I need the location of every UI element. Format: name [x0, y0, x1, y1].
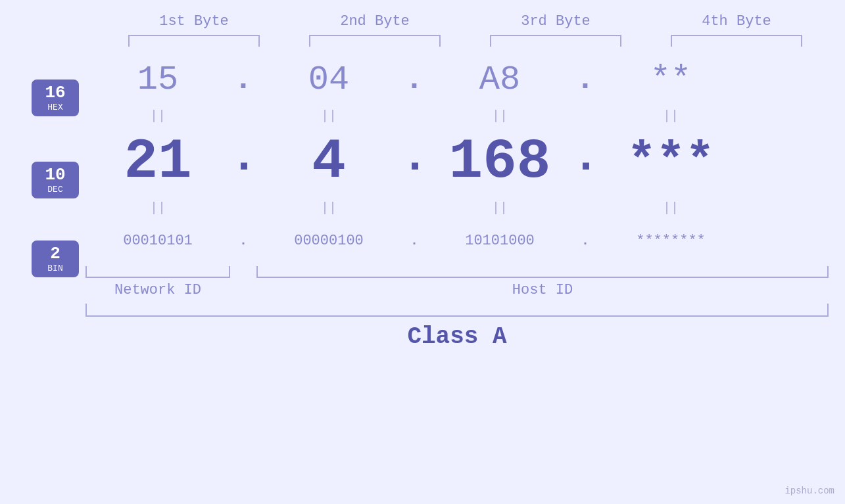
dec-dot1: . [230, 131, 256, 193]
main-grid: 16 HEX 10 DEC 2 BIN [0, 53, 845, 350]
hex-dot2: . [401, 62, 427, 97]
bin-badge: 2 BIN [32, 241, 79, 277]
dec-badge-num: 10 [34, 166, 76, 185]
badges-column: 16 HEX 10 DEC 2 BIN [0, 53, 85, 282]
bin-b4-cell: ******** [598, 233, 743, 249]
hex-b4-cell: ** [598, 60, 743, 99]
bin-b1-value: 00010101 [123, 233, 193, 249]
bin-dot2: . [401, 233, 427, 248]
bin-b2-value: 00000100 [294, 233, 364, 249]
dec-dot2: . [401, 131, 427, 193]
bin-dot3: . [572, 233, 598, 248]
dec-b3-value: 168 [449, 129, 551, 194]
main-container: 1st Byte 2nd Byte 3rd Byte 4th Byte 16 H… [0, 0, 845, 504]
class-label: Class A [407, 323, 506, 350]
eq1-b2: || [256, 108, 401, 124]
bin-b4-value: ******** [636, 233, 706, 249]
hex-b3-value: A8 [479, 60, 520, 99]
bracket-bottom-net [85, 266, 230, 278]
eq2-b1: || [85, 200, 230, 216]
eq2-b3: || [427, 200, 572, 216]
hex-badge-type: HEX [34, 103, 76, 112]
dec-badge-type: DEC [34, 185, 76, 195]
dec-b3-cell: 168 [427, 129, 572, 194]
eq1-b1: || [85, 108, 230, 124]
dec-b1-value: 21 [124, 129, 191, 194]
hex-dot1: . [230, 62, 256, 97]
hex-row: 15 . 04 . A8 . ** [85, 53, 829, 106]
dec-b4-value: *** [627, 134, 714, 189]
network-id-label: Network ID [85, 282, 230, 298]
hex-b2-cell: 04 [256, 60, 401, 99]
hex-b3-cell: A8 [427, 60, 572, 99]
hex-badge: 16 HEX [32, 80, 79, 116]
bracket-top-1 [128, 35, 260, 47]
hex-b2-value: 04 [308, 60, 349, 99]
bin-b2-cell: 00000100 [256, 233, 401, 249]
byte-headers: 1st Byte 2nd Byte 3rd Byte 4th Byte [104, 13, 827, 30]
hex-b1-cell: 15 [85, 60, 230, 99]
big-bottom-bracket [85, 304, 829, 317]
bin-b3-cell: 10101000 [427, 233, 572, 249]
bin-b1-cell: 00010101 [85, 233, 230, 249]
dec-b1-cell: 21 [85, 129, 230, 194]
bin-badge-num: 2 [34, 244, 76, 263]
bin-b3-value: 10101000 [465, 233, 535, 249]
bottom-brackets [85, 266, 829, 278]
host-id-label: Host ID [256, 282, 829, 298]
bin-dot1: . [230, 233, 256, 248]
eq2-b4: || [598, 200, 743, 216]
equals-row-2: || || || || [85, 198, 829, 218]
eq2-b2: || [256, 200, 401, 216]
id-labels-row: Network ID Host ID [85, 282, 829, 298]
dec-row: 21 . 4 . 168 . *** [85, 126, 829, 198]
byte4-header: 4th Byte [664, 13, 809, 30]
dec-b2-value: 4 [312, 129, 346, 194]
bracket-top-4 [671, 35, 802, 47]
rows-area: 15 . 04 . A8 . ** || || [85, 53, 845, 350]
hex-b4-value: ** [650, 60, 691, 99]
hex-badge-num: 16 [34, 83, 76, 103]
dec-badge: 10 DEC [32, 162, 79, 198]
byte3-header: 3rd Byte [483, 13, 628, 30]
dec-dot3: . [572, 131, 598, 193]
hex-dot3: . [572, 62, 598, 97]
watermark: ipshu.com [785, 486, 834, 496]
dec-b4-cell: *** [598, 134, 743, 189]
hex-b1-value: 15 [137, 60, 178, 99]
eq1-b3: || [427, 108, 572, 124]
eq1-b4: || [598, 108, 743, 124]
byte1-header: 1st Byte [122, 13, 266, 30]
bracket-top-3 [490, 35, 621, 47]
bin-row: 00010101 . 00000100 . 10101000 . *******… [85, 218, 829, 263]
bracket-top-2 [309, 35, 441, 47]
bracket-bottom-host [256, 266, 829, 278]
top-brackets [104, 35, 827, 47]
dec-b2-cell: 4 [256, 129, 401, 194]
bin-badge-type: BIN [34, 263, 76, 273]
byte2-header: 2nd Byte [302, 13, 447, 30]
equals-row-1: || || || || [85, 106, 829, 126]
